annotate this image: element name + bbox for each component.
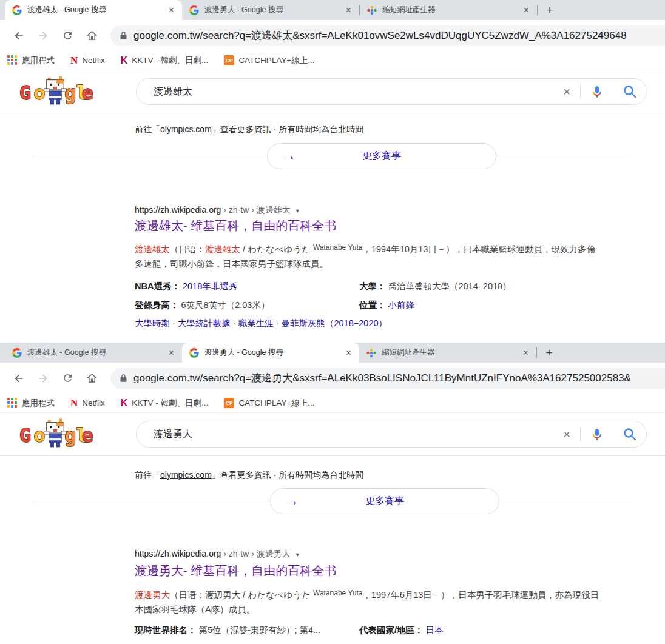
bookmark-label: KKTV - 韓劇、日劇...: [132, 398, 208, 409]
search-box[interactable]: 渡邊雄太 ×: [136, 78, 647, 105]
voice-search-icon[interactable]: [590, 427, 604, 441]
google-search-header: 渡邊勇大 ×: [0, 413, 665, 456]
voice-search-icon[interactable]: [590, 84, 604, 99]
bookmark-netflix[interactable]: N Netflix: [70, 397, 105, 409]
result-breadcrumb[interactable]: https://zh.wikipedia.org › zh-tw › 渡邊雄太▼: [135, 205, 300, 216]
google-favicon-icon: [12, 348, 22, 358]
forward-button[interactable]: [33, 25, 53, 46]
reload-button[interactable]: [57, 25, 78, 46]
romanized-name: Watanabe Yuta: [313, 243, 362, 252]
tab-title: 縮短網址產生器: [382, 5, 516, 15]
olympics-link[interactable]: olympics.com: [160, 470, 212, 480]
breadcrumb-host: https://zh.wikipedia.org: [135, 549, 221, 558]
sitelinks-row: 大學時期·大學統計數據·職業生涯·曼菲斯灰熊（2018−2020）: [135, 318, 387, 329]
address-bar[interactable]: google.com.tw/search?q=渡邊雄太&sxsrf=ALeKk0…: [110, 25, 665, 46]
breadcrumb-host: https://zh.wikipedia.org: [135, 205, 221, 215]
bookmark-catchplay[interactable]: CP CATCHPLAY+線上...: [224, 398, 314, 409]
search-query-text[interactable]: 渡邊雄太: [154, 86, 553, 98]
tab-close-icon[interactable]: ×: [344, 347, 353, 358]
tab-close-icon[interactable]: ×: [344, 5, 353, 16]
tab-url-shortener[interactable]: 縮短網址產生器 ×: [359, 343, 536, 363]
netflix-icon: N: [70, 55, 78, 67]
url-text: google.com.tw/search?q=渡邊勇大&sxsrf=ALeKk0…: [133, 371, 631, 385]
tab-close-icon[interactable]: ×: [167, 5, 176, 16]
kktv-icon: K: [121, 55, 128, 66]
result-snippet: 渡邊勇大（日语：渡辺勇大 / わたなべゆうた Watanabe Yuta，199…: [135, 588, 603, 617]
sitelink[interactable]: 大學統計數據: [178, 318, 231, 328]
url-shortener-favicon-icon: [367, 5, 377, 15]
kktv-icon: K: [121, 398, 128, 409]
search-results: 前往「olympics.com」查看更多資訊 · 所有時間均為台北時間 → 更多…: [0, 456, 665, 644]
more-events-row: → 更多賽事: [0, 143, 665, 169]
info-label: NBA選秀：: [135, 281, 180, 291]
more-events-button[interactable]: → 更多賽事: [267, 143, 496, 169]
back-button[interactable]: [8, 25, 29, 46]
breadcrumb-path: › zh-tw › 渡邊勇大: [221, 549, 290, 558]
tab-title: 縮短網址產生器: [382, 347, 516, 358]
search-icon[interactable]: [623, 427, 637, 441]
olympics-note-pre: 前往「: [135, 124, 160, 134]
bookmark-label: 應用程式: [22, 55, 55, 66]
result-breadcrumb[interactable]: https://zh.wikipedia.org › zh-tw › 渡邊勇大▼: [135, 549, 300, 560]
tab-title: 渡邊雄太 - Google 搜尋: [27, 347, 161, 358]
more-events-button[interactable]: → 更多賽事: [270, 488, 499, 514]
chevron-down-icon[interactable]: ▼: [295, 208, 300, 214]
bookmark-label: Netflix: [82, 398, 105, 408]
clear-search-icon[interactable]: ×: [553, 85, 580, 99]
bookmark-catchplay[interactable]: CP CATCHPLAY+線上...: [224, 55, 314, 66]
bookmark-kktv[interactable]: K KKTV - 韓劇、日劇...: [121, 398, 209, 409]
snippet-text: / わたなべゆうた: [240, 244, 313, 254]
google-doodle-logo[interactable]: [19, 74, 93, 109]
tab-watanabe-yuta-badminton[interactable]: 渡邊勇大 - Google 搜尋 ×: [182, 343, 359, 363]
tab-title: 渡邊勇大 - Google 搜尋: [204, 347, 339, 358]
tab-watanabe-yuta-basketball[interactable]: 渡邊雄太 - Google 搜尋 ×: [5, 343, 182, 363]
sitelink[interactable]: 職業生涯: [238, 318, 274, 328]
snippet-text: （日语：: [170, 244, 205, 254]
home-icon: [86, 29, 98, 42]
clear-search-icon[interactable]: ×: [553, 428, 580, 441]
home-button[interactable]: [81, 368, 102, 389]
tab-watanabe-yuta-badminton[interactable]: 渡邊勇大 - Google 搜尋 ×: [182, 0, 359, 20]
bookmark-apps[interactable]: 應用程式: [7, 398, 55, 409]
url-text: google.com.tw/search?q=渡邊雄太&sxsrf=ALeKk0…: [133, 29, 627, 42]
bookmark-netflix[interactable]: N Netflix: [70, 55, 105, 67]
tab-close-icon[interactable]: ×: [522, 5, 531, 16]
browser-toolbar: google.com.tw/search?q=渡邊雄太&sxsrf=ALeKk0…: [0, 20, 665, 51]
catchplay-icon: CP: [224, 55, 234, 65]
google-doodle-logo[interactable]: [19, 417, 93, 452]
bookmark-kktv[interactable]: K KKTV - 韓劇、日劇...: [121, 55, 209, 66]
address-bar[interactable]: google.com.tw/search?q=渡邊勇大&sxsrf=ALeKk0…: [110, 368, 665, 389]
more-events-row: → 更多賽事: [0, 488, 665, 514]
info-label: 大學：: [359, 281, 386, 291]
info-value-link[interactable]: 日本: [426, 625, 444, 635]
search-box[interactable]: 渡邊勇大 ×: [136, 421, 647, 448]
tab-watanabe-yuta-basketball[interactable]: 渡邊雄太 - Google 搜尋 ×: [5, 0, 182, 20]
reload-button[interactable]: [57, 368, 78, 389]
browser-window-1: 渡邊雄太 - Google 搜尋 × 渡邊勇大 - Google 搜尋 × 縮短…: [0, 0, 665, 343]
info-value: 喬治華盛頓大學（2014–2018）: [388, 281, 511, 291]
tab-close-icon[interactable]: ×: [521, 347, 530, 358]
search-icon[interactable]: [623, 84, 637, 99]
bookmark-apps[interactable]: 應用程式: [7, 55, 55, 66]
sitelink[interactable]: 曼菲斯灰熊（2018−2020）: [282, 318, 387, 328]
google-favicon-icon: [12, 5, 22, 15]
sitelink[interactable]: 大學時期: [135, 318, 170, 328]
home-button[interactable]: [81, 25, 102, 46]
new-tab-button[interactable]: +: [541, 2, 558, 19]
back-button[interactable]: [8, 368, 29, 389]
result-title-link[interactable]: 渡邊勇大- 维基百科，自由的百科全书: [135, 563, 336, 579]
forward-button[interactable]: [33, 368, 53, 389]
olympics-note-pre: 前往「: [135, 470, 160, 480]
separator: ·: [172, 318, 175, 328]
info-value-link[interactable]: 小前鋒: [388, 300, 415, 310]
highlighted-term: 渡邊勇大: [135, 590, 170, 600]
search-query-text[interactable]: 渡邊勇大: [154, 428, 553, 441]
new-tab-button[interactable]: +: [541, 344, 558, 361]
info-value-link[interactable]: 2018年非選秀: [183, 281, 237, 291]
tab-url-shortener[interactable]: 縮短網址產生器 ×: [360, 0, 537, 20]
chevron-down-icon[interactable]: ▼: [295, 552, 300, 558]
tab-close-icon[interactable]: ×: [167, 347, 176, 358]
result-title-link[interactable]: 渡邊雄太- 维基百科，自由的百科全书: [135, 218, 336, 234]
olympics-link[interactable]: olympics.com: [160, 124, 212, 134]
highlighted-term: 渡邊雄太: [135, 244, 170, 254]
